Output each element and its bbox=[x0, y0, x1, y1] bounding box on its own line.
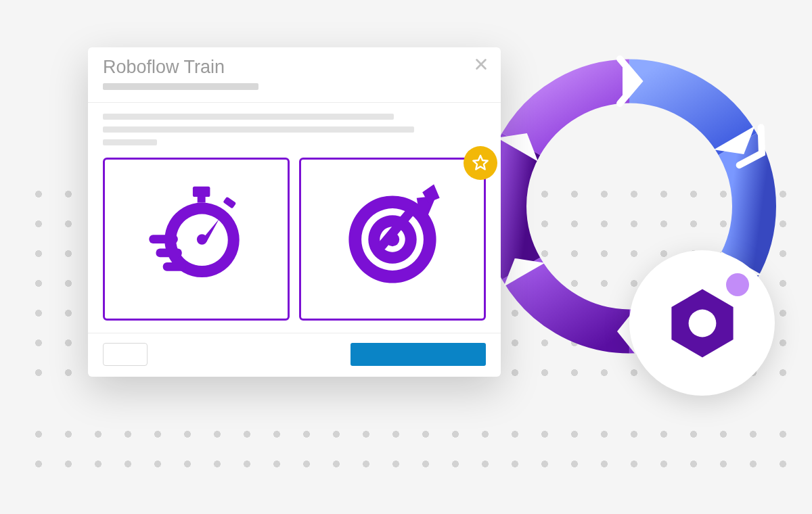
logo-notification-dot bbox=[726, 273, 749, 296]
description-placeholder bbox=[103, 126, 414, 133]
cancel-button[interactable] bbox=[103, 343, 148, 366]
close-icon bbox=[474, 57, 489, 72]
confirm-button[interactable] bbox=[351, 343, 486, 366]
svg-rect-8 bbox=[193, 186, 210, 196]
close-button[interactable] bbox=[474, 57, 489, 74]
modal-footer bbox=[88, 333, 501, 377]
modal-title: Roboflow Train bbox=[103, 57, 486, 78]
train-modal: Roboflow Train bbox=[88, 47, 501, 377]
svg-rect-10 bbox=[223, 196, 236, 208]
modal-subtitle-placeholder bbox=[103, 83, 258, 90]
training-options bbox=[103, 158, 486, 321]
description-placeholder bbox=[103, 114, 394, 120]
option-fast[interactable] bbox=[103, 158, 290, 321]
star-icon bbox=[471, 154, 490, 172]
background-dots bbox=[24, 419, 788, 487]
svg-rect-13 bbox=[149, 235, 177, 243]
description-placeholder bbox=[103, 139, 157, 145]
svg-rect-15 bbox=[163, 262, 186, 271]
svg-rect-14 bbox=[156, 248, 182, 257]
svg-rect-9 bbox=[198, 195, 206, 202]
roboflow-hex-icon bbox=[662, 283, 743, 364]
brand-logo-badge bbox=[629, 250, 775, 396]
modal-header: Roboflow Train bbox=[88, 47, 501, 97]
svg-point-7 bbox=[688, 309, 716, 337]
featured-badge bbox=[464, 146, 497, 180]
target-icon bbox=[335, 182, 450, 297]
option-accurate[interactable] bbox=[299, 158, 486, 321]
modal-body bbox=[88, 103, 501, 333]
svg-point-12 bbox=[197, 234, 207, 244]
stopwatch-icon bbox=[139, 182, 254, 297]
